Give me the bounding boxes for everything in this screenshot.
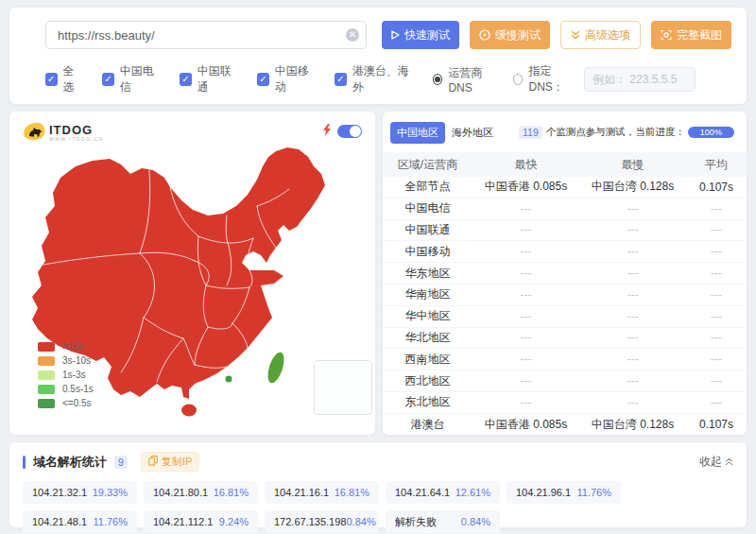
copy-ip-label: 复制IP [162, 455, 192, 469]
checkbox-checked-icon[interactable]: ✓ [257, 73, 269, 86]
ip-stat-item[interactable]: 解析失败 0.84% [386, 510, 500, 533]
quick-test-button[interactable]: 快速测试 [382, 21, 459, 49]
carrier-checkbox[interactable]: ✓ 中国移动 [257, 63, 316, 95]
ip-percentage: 0.84% [346, 516, 375, 527]
cell-fastest: --- [472, 396, 579, 409]
cell-slowest: --- [579, 396, 686, 409]
cell-slowest: --- [579, 245, 686, 258]
table-row: 港澳台 中国香港 0.085s 中国台湾 0.128s 0.107s [383, 414, 747, 436]
cell-region: 华北地区 [383, 330, 472, 346]
copy-icon [148, 456, 158, 468]
cell-fastest: --- [472, 353, 579, 366]
checkbox-label: 中国移动 [275, 63, 316, 95]
ip-percentage: 11.76% [577, 487, 612, 498]
logo-text: ITDOG [49, 124, 104, 136]
itdog-logo: ITDOG WWW.ITDOG.CN [23, 121, 104, 145]
tab-overseas-region[interactable]: 海外地区 [445, 122, 500, 144]
carrier-checkbox[interactable]: ✓ 港澳台、海外 [335, 63, 414, 95]
ip-percentage: 16.81% [214, 487, 249, 498]
ip-stat-item[interactable]: 104.21.96.1 11.76% [507, 481, 621, 504]
full-screenshot-button[interactable]: 完整截图 [651, 21, 731, 49]
lightning-icon [322, 124, 332, 139]
legend-swatch [38, 356, 55, 366]
ip-stat-item[interactable]: 104.21.48.1 11.76% [23, 510, 137, 533]
ip-address: 104.21.96.1 [516, 487, 571, 498]
hongkong-dot [225, 375, 232, 383]
cell-slowest: --- [579, 223, 686, 236]
legend-swatch [38, 342, 55, 352]
table-row: 华北地区 --- --- --- [383, 328, 747, 350]
slow-test-button[interactable]: 缓慢测试 [470, 21, 550, 49]
advanced-options-label: 高级选项 [585, 27, 630, 43]
custom-dns-radio[interactable] [513, 74, 524, 85]
cell-slowest: --- [579, 288, 686, 301]
results-table: 区域/运营商 最快 最慢 平均 全部节点 中国香港 0.085s 中国台湾 0.… [383, 152, 747, 436]
table-row: 东北地区 --- --- --- [383, 392, 747, 414]
map-mode-toggle[interactable] [337, 125, 362, 138]
ip-percentage: 9.24% [219, 516, 249, 527]
cell-region: 华南地区 [383, 286, 472, 302]
cell-slowest: --- [579, 267, 686, 280]
advanced-options-button[interactable]: 高级选项 [560, 21, 641, 49]
cell-fastest: --- [472, 374, 579, 388]
ip-stat-item[interactable]: 172.67.135.198 0.84% [265, 510, 379, 533]
itdog-dog-icon [23, 121, 45, 145]
logo-subtext: WWW.ITDOG.CN [49, 136, 104, 143]
cell-fastest: --- [472, 267, 579, 280]
checkbox-label: 全选 [63, 63, 84, 95]
cell-average: 0.107s [686, 418, 747, 431]
ip-address: 104.21.112.1 [153, 516, 213, 527]
action-buttons: 快速测试 缓慢测试 高级选项 完整截图 [382, 21, 731, 49]
copy-ip-button[interactable]: 复制IP [141, 452, 199, 472]
custom-dns-input[interactable] [584, 67, 696, 92]
results-table-header: 区域/运营商 最快 最慢 平均 [383, 152, 747, 177]
carrier-checkbox[interactable]: ✓ 中国联通 [180, 63, 238, 95]
cell-slowest: --- [579, 353, 686, 366]
china-map-card: ITDOG WWW.ITDOG.CN >10s 3s-10s 1s-3s [9, 112, 375, 435]
table-row: 华东地区 --- --- --- [383, 263, 747, 284]
carrier-checkbox[interactable]: ✓ 中国电信 [102, 63, 161, 95]
cell-average: --- [686, 310, 747, 323]
play-icon [391, 30, 400, 40]
cell-slowest: 中国台湾 0.128s [579, 417, 686, 433]
col-region: 区域/运营商 [383, 157, 472, 173]
test-toolbar-card: ✕ 快速测试 缓慢测试 高级选项 [9, 8, 747, 104]
carrier-checkbox[interactable]: ✓ 全选 [45, 63, 83, 95]
table-row: 中国联通 --- --- --- [383, 220, 747, 242]
checkbox-checked-icon[interactable]: ✓ [102, 73, 114, 86]
chevron-double-up-icon [725, 456, 733, 469]
url-input[interactable] [45, 21, 367, 49]
ip-address: 172.67.135.198 [274, 516, 346, 527]
checkbox-checked-icon[interactable]: ✓ [335, 73, 347, 86]
legend-label: 3s-10s [62, 355, 91, 366]
checkbox-checked-icon[interactable]: ✓ [180, 73, 192, 86]
cell-fastest: --- [472, 202, 579, 215]
cell-slowest: --- [579, 331, 686, 344]
play-circle-icon [479, 29, 490, 41]
progress-label: 个监测点参与测试，当前进度： [546, 126, 685, 139]
collapse-label: 收起 [699, 454, 722, 470]
legend-swatch [38, 399, 55, 408]
ip-stat-item[interactable]: 104.21.16.1 16.81% [265, 481, 379, 504]
clear-input-icon[interactable]: ✕ [346, 28, 359, 42]
cell-region: 港澳台 [383, 417, 472, 433]
checkbox-checked-icon[interactable]: ✓ [45, 73, 58, 86]
legend-item: 0.5s-1s [38, 382, 94, 396]
ip-stat-item[interactable]: 104.21.32.1 19.33% [23, 481, 137, 504]
ip-stat-item[interactable]: 104.21.80.1 16.81% [144, 481, 258, 504]
cell-fastest: 中国香港 0.085s [472, 179, 579, 195]
ip-stat-item[interactable]: 104.21.64.1 12.61% [386, 481, 500, 504]
quick-test-label: 快速测试 [404, 27, 450, 43]
cell-region: 东北地区 [383, 394, 472, 410]
ip-stat-item[interactable]: 104.21.112.1 9.24% [144, 510, 258, 533]
carrier-dns-radio[interactable] [433, 74, 443, 85]
taiwan-island [265, 351, 287, 386]
dns-option-group: 运营商DNS 指定DNS： [433, 63, 696, 95]
cell-average: --- [686, 374, 747, 388]
cell-average: 0.107s [686, 181, 747, 194]
legend-item: 1s-3s [38, 368, 94, 382]
tab-china-region[interactable]: 中国地区 [390, 122, 445, 144]
collapse-button[interactable]: 收起 [699, 454, 733, 470]
carrier-dns-label: 运营商DNS [448, 65, 498, 95]
legend-label: 1s-3s [62, 370, 85, 380]
